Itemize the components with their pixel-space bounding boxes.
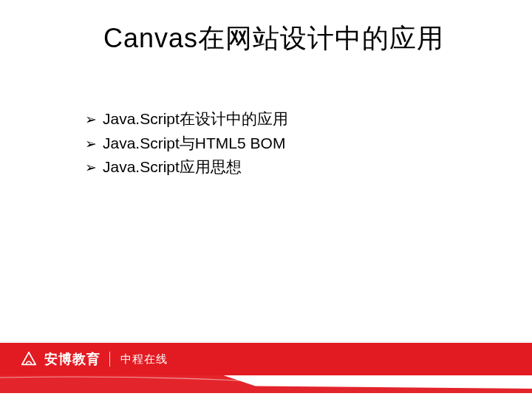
bullet-marker-icon: ➢ [85, 133, 97, 154]
footer-content: 安博教育 中程在线 [0, 343, 532, 375]
brand-logo-icon [21, 351, 37, 367]
slide-title: Canvas在网站设计中的应用 [103, 21, 444, 57]
bullet-marker-icon: ➢ [85, 157, 97, 178]
footer-divider [109, 352, 110, 366]
slide: Canvas在网站设计中的应用 ➢ Java.Script在设计中的应用 ➢ J… [0, 0, 532, 399]
brand-sub-text: 中程在线 [120, 352, 168, 366]
footer-bar: 安博教育 中程在线 [0, 343, 532, 375]
bullet-text: Java.Script与HTML5 BOM [103, 132, 285, 156]
bullet-text: Java.Script在设计中的应用 [103, 107, 288, 132]
list-item: ➢ Java.Script应用思想 [85, 155, 288, 180]
list-item: ➢ Java.Script与HTML5 BOM [85, 132, 288, 156]
bullet-list: ➢ Java.Script在设计中的应用 ➢ Java.Script与HTML5… [85, 107, 288, 180]
list-item: ➢ Java.Script在设计中的应用 [85, 107, 288, 132]
bullet-text: Java.Script应用思想 [103, 155, 242, 180]
brand-main-text: 安博教育 [44, 350, 100, 368]
bullet-marker-icon: ➢ [85, 109, 97, 130]
footer-ribbon [0, 375, 532, 393]
